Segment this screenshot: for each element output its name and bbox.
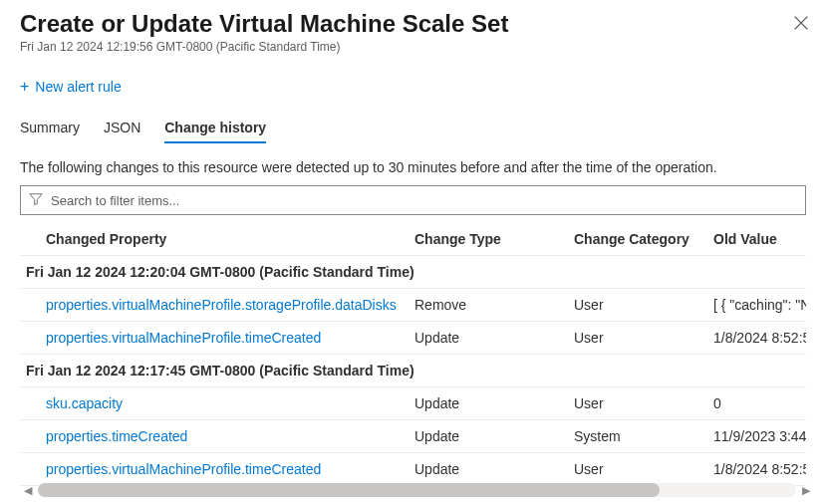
property-link[interactable]: properties.virtualMachineProfile.timeCre… (46, 461, 321, 477)
tabs: SummaryJSONChange history (0, 104, 826, 143)
filter-icon (29, 192, 49, 209)
table-row: properties.timeCreatedUpdateSystem11/9/2… (20, 420, 806, 453)
cell-type: Update (409, 420, 568, 453)
new-alert-rule-label: New alert rule (35, 79, 121, 95)
group-timestamp: Fri Jan 12 2024 12:20:04 GMT-0800 (Pacif… (20, 256, 806, 289)
new-alert-rule-button[interactable]: + New alert rule (20, 78, 122, 96)
changes-table: Changed Property Change Type Change Cate… (20, 223, 806, 486)
property-link[interactable]: properties.virtualMachineProfile.timeCre… (46, 330, 321, 346)
cell-old-value: 11/9/2023 3:44:42 PM (707, 420, 806, 453)
cell-property: properties.virtualMachineProfile.storage… (20, 289, 409, 322)
search-field[interactable] (20, 185, 806, 215)
tab-summary[interactable]: Summary (20, 114, 80, 143)
column-header-type[interactable]: Change Type (409, 223, 568, 256)
column-header-property[interactable]: Changed Property (20, 223, 409, 256)
close-button[interactable] (790, 12, 812, 37)
cell-type: Update (409, 322, 568, 355)
cell-type: Update (409, 387, 568, 420)
horizontal-scrollbar[interactable]: ◀ ▶ (20, 482, 814, 498)
cell-type: Update (409, 453, 568, 486)
cell-type: Remove (409, 289, 568, 322)
cell-old-value: [ { "caching": "None", (707, 289, 806, 322)
plus-icon: + (20, 78, 29, 96)
scrollbar-track[interactable] (38, 483, 796, 497)
table-row: properties.virtualMachineProfile.timeCre… (20, 453, 806, 486)
cell-category: User (568, 387, 707, 420)
column-header-old[interactable]: Old Value (707, 223, 806, 256)
cell-property: properties.virtualMachineProfile.timeCre… (20, 322, 409, 355)
cell-old-value: 0 (707, 387, 806, 420)
group-timestamp: Fri Jan 12 2024 12:17:45 GMT-0800 (Pacif… (20, 355, 806, 387)
scrollbar-thumb[interactable] (38, 483, 660, 497)
table-scroll[interactable]: Changed Property Change Type Change Cate… (20, 223, 806, 486)
table-row: properties.virtualMachineProfile.storage… (20, 289, 806, 322)
column-header-category[interactable]: Change Category (568, 223, 707, 256)
description-text: The following changes to this resource w… (20, 159, 806, 175)
cell-old-value: 1/8/2024 8:52:58 PM (707, 453, 806, 486)
page-subtitle: Fri Jan 12 2024 12:19:56 GMT-0800 (Pacif… (20, 40, 806, 54)
table-row: properties.virtualMachineProfile.timeCre… (20, 322, 806, 355)
blade-header: Create or Update Virtual Machine Scale S… (0, 0, 826, 60)
group-header: Fri Jan 12 2024 12:17:45 GMT-0800 (Pacif… (20, 355, 806, 387)
group-header: Fri Jan 12 2024 12:20:04 GMT-0800 (Pacif… (20, 256, 806, 289)
cell-category: User (568, 322, 707, 355)
scroll-right-arrow-icon[interactable]: ▶ (798, 484, 814, 497)
cell-category: User (568, 289, 707, 322)
tab-json[interactable]: JSON (104, 114, 140, 143)
search-input[interactable] (49, 192, 797, 209)
command-bar: + New alert rule (0, 60, 826, 104)
cell-category: System (568, 420, 707, 453)
cell-old-value: 1/8/2024 8:52:58 PM (707, 322, 806, 355)
page-title: Create or Update Virtual Machine Scale S… (20, 10, 806, 38)
cell-property: properties.timeCreated (20, 420, 409, 453)
cell-category: User (568, 453, 707, 486)
cell-property: sku.capacity (20, 387, 409, 420)
close-icon (794, 16, 808, 33)
property-link[interactable]: sku.capacity (46, 395, 123, 411)
property-link[interactable]: properties.timeCreated (46, 428, 187, 444)
property-link[interactable]: properties.virtualMachineProfile.storage… (46, 297, 397, 313)
table-row: sku.capacityUpdateUser0 (20, 387, 806, 420)
cell-property: properties.virtualMachineProfile.timeCre… (20, 453, 409, 486)
scroll-left-arrow-icon[interactable]: ◀ (20, 484, 36, 497)
tab-change-history[interactable]: Change history (164, 114, 266, 143)
